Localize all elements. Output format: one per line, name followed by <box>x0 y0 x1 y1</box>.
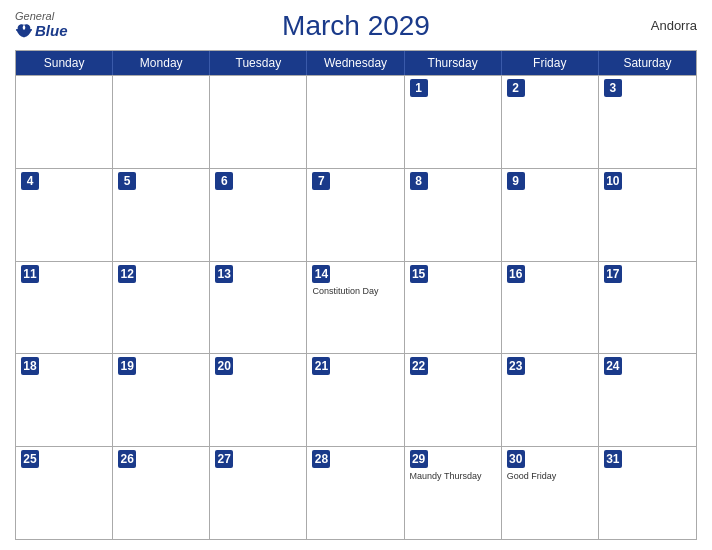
day-cell-14: 14Constitution Day <box>307 262 404 354</box>
day-cell-19: 19 <box>113 354 210 446</box>
day-number: 6 <box>215 172 233 190</box>
calendar-container: General Blue March 2029 Andorra SundayMo… <box>0 0 712 550</box>
day-cell-31: 31 <box>599 447 696 539</box>
day-number: 30 <box>507 450 525 468</box>
day-cell-15: 15 <box>405 262 502 354</box>
logo-bird-icon <box>15 23 33 39</box>
day-cell-24: 24 <box>599 354 696 446</box>
day-number: 4 <box>21 172 39 190</box>
week-row-2: 45678910 <box>16 168 696 261</box>
day-number: 8 <box>410 172 428 190</box>
day-cell-17: 17 <box>599 262 696 354</box>
day-cell-28: 28 <box>307 447 404 539</box>
day-cell-9: 9 <box>502 169 599 261</box>
day-number: 1 <box>410 79 428 97</box>
day-number: 29 <box>410 450 428 468</box>
logo-general: General <box>15 10 54 22</box>
day-number: 19 <box>118 357 136 375</box>
day-cell-23: 23 <box>502 354 599 446</box>
day-number: 21 <box>312 357 330 375</box>
day-number: 9 <box>507 172 525 190</box>
day-number: 24 <box>604 357 622 375</box>
day-number: 5 <box>118 172 136 190</box>
day-headers-row: SundayMondayTuesdayWednesdayThursdayFrid… <box>16 51 696 75</box>
day-cell-2: 2 <box>502 76 599 168</box>
day-cell-26: 26 <box>113 447 210 539</box>
day-header-friday: Friday <box>502 51 599 75</box>
day-number: 26 <box>118 450 136 468</box>
logo-blue-text: Blue <box>35 22 68 39</box>
day-cell-empty-2 <box>210 76 307 168</box>
day-number: 28 <box>312 450 330 468</box>
day-number: 3 <box>604 79 622 97</box>
calendar-title: March 2029 <box>282 10 430 42</box>
day-number: 11 <box>21 265 39 283</box>
week-row-1: 123 <box>16 75 696 168</box>
day-header-monday: Monday <box>113 51 210 75</box>
day-cell-empty-3 <box>307 76 404 168</box>
day-number: 13 <box>215 265 233 283</box>
day-number: 27 <box>215 450 233 468</box>
day-number: 10 <box>604 172 622 190</box>
day-cell-8: 8 <box>405 169 502 261</box>
day-cell-30: 30Good Friday <box>502 447 599 539</box>
day-cell-4: 4 <box>16 169 113 261</box>
week-row-3: 11121314Constitution Day151617 <box>16 261 696 354</box>
week-row-4: 18192021222324 <box>16 353 696 446</box>
day-header-saturday: Saturday <box>599 51 696 75</box>
calendar-header: General Blue March 2029 Andorra <box>15 10 697 42</box>
day-cell-5: 5 <box>113 169 210 261</box>
day-number: 2 <box>507 79 525 97</box>
day-cell-16: 16 <box>502 262 599 354</box>
day-number: 22 <box>410 357 428 375</box>
day-cell-29: 29Maundy Thursday <box>405 447 502 539</box>
day-number: 18 <box>21 357 39 375</box>
day-cell-6: 6 <box>210 169 307 261</box>
calendar-grid: SundayMondayTuesdayWednesdayThursdayFrid… <box>15 50 697 540</box>
logo: General Blue <box>15 10 68 39</box>
day-cell-13: 13 <box>210 262 307 354</box>
day-header-tuesday: Tuesday <box>210 51 307 75</box>
day-cell-10: 10 <box>599 169 696 261</box>
day-cell-20: 20 <box>210 354 307 446</box>
day-cell-21: 21 <box>307 354 404 446</box>
logo-blue: Blue <box>15 22 68 39</box>
day-number: 7 <box>312 172 330 190</box>
day-cell-22: 22 <box>405 354 502 446</box>
day-cell-12: 12 <box>113 262 210 354</box>
holiday-label: Good Friday <box>507 471 593 482</box>
day-number: 20 <box>215 357 233 375</box>
day-cell-1: 1 <box>405 76 502 168</box>
day-header-wednesday: Wednesday <box>307 51 404 75</box>
day-cell-18: 18 <box>16 354 113 446</box>
day-number: 23 <box>507 357 525 375</box>
day-number: 25 <box>21 450 39 468</box>
day-cell-7: 7 <box>307 169 404 261</box>
country-label: Andorra <box>651 18 697 33</box>
day-cell-25: 25 <box>16 447 113 539</box>
holiday-label: Maundy Thursday <box>410 471 496 482</box>
day-number: 16 <box>507 265 525 283</box>
holiday-label: Constitution Day <box>312 286 398 297</box>
day-cell-3: 3 <box>599 76 696 168</box>
day-header-thursday: Thursday <box>405 51 502 75</box>
week-row-5: 2526272829Maundy Thursday30Good Friday31 <box>16 446 696 539</box>
logo-general-text: General <box>15 10 54 22</box>
day-header-sunday: Sunday <box>16 51 113 75</box>
day-number: 17 <box>604 265 622 283</box>
day-cell-empty-1 <box>113 76 210 168</box>
day-number: 12 <box>118 265 136 283</box>
day-cell-27: 27 <box>210 447 307 539</box>
day-number: 15 <box>410 265 428 283</box>
day-number: 14 <box>312 265 330 283</box>
day-cell-empty-0 <box>16 76 113 168</box>
day-cell-11: 11 <box>16 262 113 354</box>
day-number: 31 <box>604 450 622 468</box>
weeks-container: 1234567891011121314Constitution Day15161… <box>16 75 696 539</box>
